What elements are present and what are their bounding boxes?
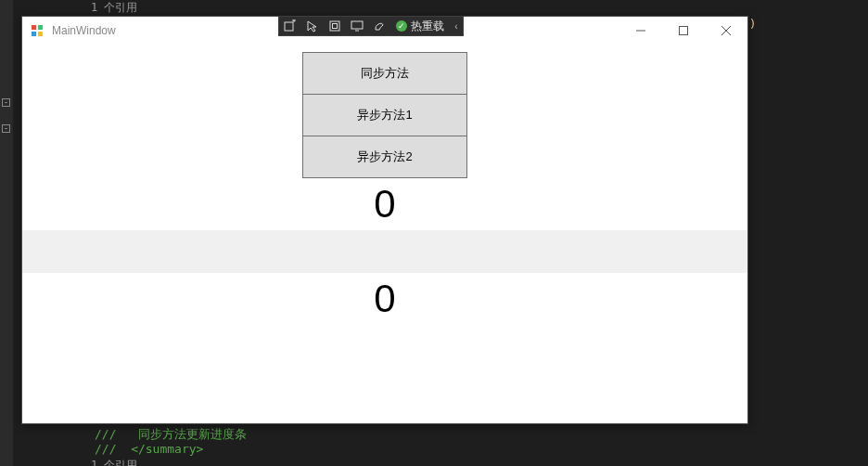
- toolbar-collapse-icon[interactable]: ‹: [450, 16, 463, 36]
- fold-marker[interactable]: -: [2, 124, 10, 133]
- code-comment: /// </summary>: [95, 442, 203, 456]
- button-label: 异步方法1: [357, 107, 412, 123]
- check-icon: ✓: [396, 20, 407, 32]
- debug-add-icon[interactable]: [279, 16, 301, 36]
- window-controls: [619, 17, 747, 45]
- svg-rect-0: [285, 22, 293, 31]
- code-lens-ref[interactable]: 1 个引用: [91, 458, 137, 466]
- app-icon: [30, 23, 45, 38]
- svg-rect-7: [32, 25, 36, 30]
- main-window: MainWindow 同步方法 异步方法1 异步方法2 0: [21, 16, 748, 424]
- button-label: 同步方法: [361, 65, 409, 82]
- hot-reload-label: 热重载: [411, 19, 444, 34]
- window-title: MainWindow: [52, 24, 116, 37]
- debug-display-icon[interactable]: [346, 16, 368, 36]
- counter-1: 0: [22, 182, 747, 227]
- async-method-1-button[interactable]: 异步方法1: [302, 94, 467, 136]
- sync-method-button[interactable]: 同步方法: [302, 52, 467, 95]
- svg-rect-8: [38, 25, 43, 30]
- code-lens-ref[interactable]: 1 个引用: [91, 0, 137, 16]
- svg-rect-9: [32, 32, 36, 36]
- minimize-button[interactable]: [619, 17, 662, 45]
- svg-rect-3: [330, 21, 339, 31]
- button-stack: 同步方法 异步方法1 异步方法2: [302, 52, 467, 178]
- progress-track: [22, 230, 747, 273]
- debug-toolbar: ✓ 热重载 ‹: [278, 16, 464, 36]
- counter-2: 0: [22, 277, 747, 321]
- hot-reload-button[interactable]: ✓ 热重载: [390, 16, 450, 36]
- svg-rect-10: [38, 32, 43, 36]
- async-method-2-button[interactable]: 异步方法2: [302, 136, 467, 178]
- close-button[interactable]: [705, 17, 747, 45]
- fold-marker[interactable]: -: [2, 98, 10, 107]
- debug-brush-icon[interactable]: [368, 16, 390, 36]
- debug-select-icon[interactable]: [301, 16, 324, 36]
- button-label: 异步方法2: [357, 149, 412, 165]
- svg-rect-5: [351, 21, 363, 29]
- window-client-area: 同步方法 异步方法1 异步方法2 0 0: [22, 45, 747, 423]
- editor-gutter: - -: [0, 0, 13, 466]
- code-comment: /// 同步方法更新进度条: [95, 426, 247, 443]
- svg-rect-12: [680, 27, 688, 35]
- svg-rect-4: [333, 24, 338, 29]
- maximize-button[interactable]: [662, 17, 705, 45]
- debug-layout-icon[interactable]: [324, 16, 346, 36]
